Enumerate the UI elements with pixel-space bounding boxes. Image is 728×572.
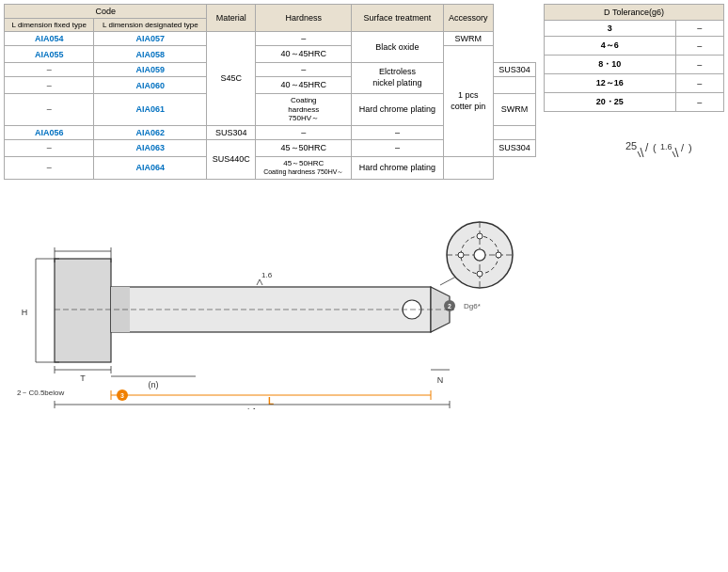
- svg-line-44: [675, 148, 678, 157]
- spec-table: Code Material Hardness Surface treatment…: [4, 4, 536, 180]
- tol-value-cell: –: [675, 37, 723, 56]
- l-designated-cell: AIA063: [94, 139, 207, 156]
- l-designated-cell: AIA057: [94, 32, 207, 46]
- svg-point-35: [458, 252, 464, 258]
- accessory-mat-cell: SUS304: [494, 139, 536, 156]
- l-fixed-header: L dimension fixed type: [5, 19, 94, 32]
- material-cell: S45C: [207, 32, 256, 126]
- accessory-mat-cell: SUS304: [494, 63, 536, 77]
- drawing-area: H T (n) 3 L L1: [4, 199, 536, 413]
- svg-point-34: [477, 271, 483, 277]
- tolerance-row: 4～6 –: [545, 37, 724, 56]
- hardness-cell: 45～50HRCCoating hardness 750HV～: [256, 156, 352, 179]
- surface-header: Surface treatment: [352, 5, 443, 32]
- svg-line-21: [257, 279, 260, 285]
- chamfer-label: 2－C0.5below: [17, 389, 64, 397]
- l-designated-cell: AIA059: [94, 63, 207, 77]
- hardness-cell: 45～50HRC: [256, 139, 352, 156]
- circle-2-label: 2: [448, 303, 451, 310]
- l-designated-cell: AIA062: [94, 125, 207, 139]
- tol-value-cell: –: [675, 56, 723, 74]
- tolerance-row: 20・25 –: [545, 93, 724, 112]
- svg-rect-0: [55, 259, 111, 362]
- hardness-cell: –: [256, 125, 352, 139]
- surface-cell: –: [352, 125, 443, 139]
- svg-text:/: /: [681, 142, 685, 153]
- tolerance-row: 8・10 –: [545, 56, 724, 74]
- l-designated-header: L dimension designated type: [94, 19, 207, 32]
- technical-drawing: H T (n) 3 L L1: [8, 202, 515, 409]
- accessory-note-cell: 1 pcscotter pin: [443, 46, 494, 157]
- hardness-cell: 40～45HRC: [256, 77, 352, 94]
- l-designated-cell: AIA060: [94, 77, 207, 94]
- svg-point-32: [474, 249, 485, 261]
- surface-cell: –: [352, 139, 443, 156]
- l-fixed-cell: –: [5, 94, 94, 126]
- accessory-mat-cell: SWRM: [494, 94, 536, 126]
- l-fixed-cell: –: [5, 156, 94, 179]
- l1-label: L1: [247, 406, 257, 409]
- svg-line-43: [673, 151, 675, 157]
- t-label: T: [80, 373, 86, 383]
- table-row: – AIA064 45～50HRCCoating hardness 750HV～…: [5, 156, 536, 179]
- accessory-mat-cell: [443, 156, 494, 179]
- svg-point-33: [477, 233, 483, 239]
- svg-text:25: 25: [625, 140, 637, 151]
- accessory-cell: SWRM: [443, 32, 494, 46]
- svg-line-39: [641, 148, 643, 157]
- material-cell: SUS304: [207, 125, 256, 139]
- right-section: D Tolerance(g6) 3 – 4～6 – 8・10 – 12～16: [540, 0, 728, 417]
- svg-line-38: [638, 151, 641, 157]
- hardness-cell: Coatinghardness750HV～: [256, 94, 352, 126]
- n-label: (n): [149, 380, 159, 389]
- dg6-label: Dg6*: [464, 302, 481, 310]
- svg-point-36: [496, 252, 501, 258]
- end-view: [442, 217, 517, 293]
- left-section: Code Material Hardness Surface treatment…: [0, 0, 540, 417]
- tol-range-cell: 8・10: [545, 56, 676, 74]
- l-designated-cell: AIA058: [94, 46, 207, 63]
- finish-symbol: 25 / ( 1.6 / ): [621, 131, 715, 168]
- l-fixed-cell: –: [5, 63, 94, 77]
- table-row: AIA054 AIA057 S45C – Black oxide SWRM: [5, 32, 536, 46]
- l-fixed-cell: –: [5, 77, 94, 94]
- accessory-header: Accessory: [443, 5, 494, 32]
- hardness-header: Hardness: [256, 5, 352, 32]
- l-designated-cell: AIA064: [94, 156, 207, 179]
- tolerance-row: 3 –: [545, 21, 724, 37]
- svg-line-22: [260, 279, 262, 285]
- tolerance-table: D Tolerance(g6) 3 – 4～6 – 8・10 – 12～16: [544, 4, 724, 112]
- h-label: H: [22, 308, 28, 317]
- tol-value-cell: –: [675, 21, 723, 37]
- hardness-cell: –: [256, 32, 352, 46]
- svg-text:): ): [688, 142, 692, 153]
- n-right-label: N: [437, 375, 444, 385]
- svg-text:/: /: [645, 141, 649, 154]
- surface-cell: Black oxide: [352, 32, 443, 63]
- accessory-mat-cell: [494, 125, 536, 139]
- tol-value-cell: –: [675, 93, 723, 112]
- tol-value-cell: –: [675, 74, 723, 93]
- main-container: Code Material Hardness Surface treatment…: [0, 0, 728, 417]
- tolerance-row: 12～16 –: [545, 74, 724, 93]
- surface-cell: Elctrolessnickel plating: [352, 63, 443, 94]
- code-header: Code: [5, 5, 207, 19]
- svg-text:(: (: [653, 142, 657, 153]
- hardness-cell: 40～45HRC: [256, 46, 352, 63]
- tol-range-cell: 12～16: [545, 74, 676, 93]
- roughness-label: 1.6: [261, 271, 273, 279]
- l-fixed-cell: –: [5, 139, 94, 156]
- tol-range-cell: 4～6: [545, 37, 676, 56]
- l-designated-cell: AIA061: [94, 94, 207, 126]
- circle-3-label: 3: [120, 392, 124, 399]
- tolerance-header: D Tolerance(g6): [545, 5, 724, 21]
- l-fixed-cell: AIA055: [5, 46, 94, 63]
- tol-range-cell: 20・25: [545, 93, 676, 112]
- material-cell: SUS440C: [207, 139, 256, 179]
- tol-range-cell: 3: [545, 21, 676, 37]
- table-row: AIA055 AIA058 40～45HRC 1 pcscotter pin: [5, 46, 536, 63]
- accessory-mat-cell: [494, 77, 536, 94]
- surface-cell: Hard chrome plating: [352, 94, 443, 126]
- l-fixed-cell: AIA056: [5, 125, 94, 139]
- l-fixed-cell: AIA054: [5, 32, 94, 46]
